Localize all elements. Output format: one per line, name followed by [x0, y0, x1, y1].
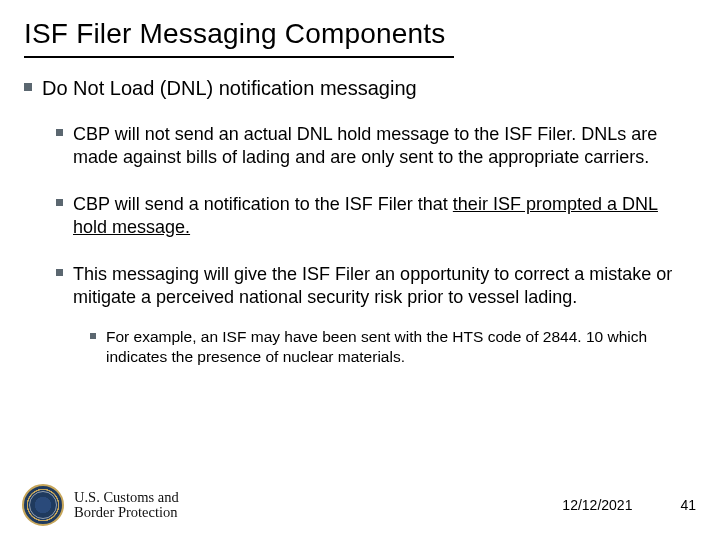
agency-logo-block: U.S. Customs and Border Protection: [22, 484, 179, 526]
square-bullet-icon: [56, 129, 63, 136]
bullet-text: For example, an ISF may have been sent w…: [106, 327, 696, 367]
list-item: This messaging will give the ISF Filer a…: [56, 263, 696, 309]
agency-name: U.S. Customs and Border Protection: [74, 490, 179, 520]
bullet-text: CBP will send a notification to the ISF …: [73, 193, 696, 239]
list-item: Do Not Load (DNL) notification messaging: [24, 76, 696, 101]
text-fragment: CBP will send a notification to the ISF …: [73, 194, 453, 214]
square-bullet-icon: [24, 83, 32, 91]
bullet-text: CBP will not send an actual DNL hold mes…: [73, 123, 696, 169]
slide-content: Do Not Load (DNL) notification messaging…: [24, 76, 696, 367]
bullet-text: Do Not Load (DNL) notification messaging: [42, 76, 417, 101]
list-item: CBP will send a notification to the ISF …: [56, 193, 696, 239]
footer-meta: 12/12/2021 41: [562, 497, 696, 513]
slide: ISF Filer Messaging Components Do Not Lo…: [0, 0, 720, 540]
bullet-level-3: For example, an ISF may have been sent w…: [90, 327, 696, 367]
footer-date: 12/12/2021: [562, 497, 632, 513]
agency-name-line: Border Protection: [74, 505, 179, 520]
bullet-level-2: CBP will not send an actual DNL hold mes…: [56, 123, 696, 309]
bullet-text: This messaging will give the ISF Filer a…: [73, 263, 696, 309]
slide-title: ISF Filer Messaging Components: [24, 18, 454, 58]
square-bullet-icon: [56, 269, 63, 276]
agency-name-line: U.S. Customs and: [74, 490, 179, 505]
cbp-seal-icon: [22, 484, 64, 526]
list-item: For example, an ISF may have been sent w…: [90, 327, 696, 367]
page-number: 41: [680, 497, 696, 513]
square-bullet-icon: [56, 199, 63, 206]
square-bullet-icon: [90, 333, 96, 339]
list-item: CBP will not send an actual DNL hold mes…: [56, 123, 696, 169]
slide-footer: U.S. Customs and Border Protection 12/12…: [22, 484, 696, 526]
bullet-level-1: Do Not Load (DNL) notification messaging: [24, 76, 696, 101]
